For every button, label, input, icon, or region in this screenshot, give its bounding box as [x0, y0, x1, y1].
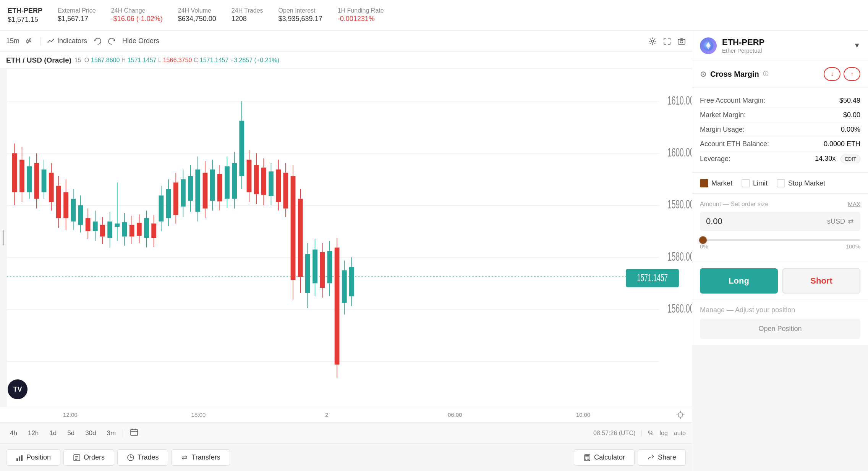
log-btn[interactable]: log	[660, 430, 668, 437]
funding-value: -0.001231%	[338, 15, 384, 23]
amount-header: Amount — Set order size MAX	[700, 200, 860, 208]
account-eth-balance-label: Account ETH Balance:	[700, 140, 769, 148]
manage-label: Manage — Adjust your position	[700, 306, 860, 314]
chart-timeframe: 15	[74, 57, 81, 64]
svg-rect-100	[217, 174, 222, 202]
position-btn[interactable]: Position	[6, 449, 60, 466]
amount-input-row[interactable]: 0.00 sUSD	[700, 212, 860, 231]
stop-market-radio	[777, 179, 785, 187]
orders-btn[interactable]: Orders	[63, 449, 114, 466]
cross-margin-info-icon[interactable]: ⓘ	[763, 71, 768, 77]
main-layout: 15m Indicators	[0, 31, 868, 471]
open-interest-label: Open Interest	[279, 7, 322, 14]
trades-btn[interactable]: Trades	[117, 449, 168, 466]
svg-text:1600.0000: 1600.0000	[667, 146, 692, 159]
svg-rect-73	[151, 224, 156, 238]
time-settings-icon[interactable]	[675, 410, 686, 420]
time-labels: 12:00 18:00 2 06:00 10:00	[0, 407, 692, 422]
timestamp: 08:57:26 (UTC)	[593, 430, 635, 437]
share-btn[interactable]: Share	[638, 449, 686, 466]
stop-market-order-type[interactable]: Stop Market	[777, 179, 825, 187]
chart-area: 15m Indicators	[0, 31, 692, 471]
market-order-type[interactable]: Market	[700, 179, 732, 187]
svg-point-8	[680, 40, 683, 43]
settings-btn[interactable]	[648, 37, 657, 45]
timeframe-3m-btn[interactable]: 3m	[103, 427, 120, 439]
limit-radio	[742, 179, 750, 187]
svg-text:1580.0000: 1580.0000	[667, 250, 692, 263]
trades-item: 24H Trades 1208	[232, 7, 263, 23]
svg-rect-16	[12, 153, 17, 192]
svg-rect-79	[166, 189, 171, 218]
trades-label: Trades	[138, 453, 159, 461]
svg-rect-37	[63, 192, 68, 218]
cross-margin-section: ⊙ Cross Margin ⓘ ↓ ↑	[692, 61, 868, 87]
calculator-icon	[583, 454, 591, 461]
account-eth-balance-value: 0.0000 ETH	[824, 140, 860, 148]
trades-icon	[127, 454, 134, 461]
slider-track[interactable]	[700, 239, 860, 241]
svg-rect-46	[86, 218, 91, 231]
instrument-icon	[700, 37, 717, 54]
timeframe-5d-btn[interactable]: 5d	[63, 427, 78, 439]
time-label-2: 2	[262, 411, 391, 418]
timeframe-1d-btn[interactable]: 1d	[45, 427, 60, 439]
amount-input-value: 0.00	[706, 216, 827, 226]
transfers-btn[interactable]: Transfers	[171, 449, 230, 466]
external-price-value: $1,567.17	[58, 15, 96, 23]
timeframe-12h-btn[interactable]: 12h	[24, 427, 42, 439]
short-btn[interactable]: Short	[782, 268, 860, 294]
camera-btn[interactable]	[677, 37, 686, 45]
time-label-18: 18:00	[134, 411, 263, 418]
amount-section: Amount — Set order size MAX 0.00 sUSD	[692, 194, 868, 262]
bottom-right-info: 08:57:26 (UTC) % log auto	[593, 430, 686, 437]
funding-item: 1H Funding Rate -0.001231%	[338, 7, 384, 23]
chart-type-icon[interactable]	[26, 37, 34, 45]
redo-btn[interactable]	[108, 37, 116, 45]
svg-rect-165	[131, 429, 138, 436]
auto-btn[interactable]: auto	[674, 430, 686, 437]
timeframe-label: 15m	[6, 37, 19, 45]
amount-currency: sUSD	[827, 218, 854, 226]
svg-rect-70	[144, 218, 149, 238]
svg-rect-151	[342, 270, 347, 303]
divider	[641, 430, 642, 436]
indicators-btn[interactable]: Indicators	[47, 37, 87, 45]
limit-order-type[interactable]: Limit	[742, 179, 768, 187]
transfers-label: Transfers	[191, 453, 220, 461]
svg-rect-76	[159, 195, 164, 221]
svg-rect-40	[71, 199, 76, 222]
calendar-icon-btn[interactable]	[126, 426, 142, 440]
slider-thumb[interactable]	[699, 236, 707, 244]
currency-swap-icon[interactable]	[847, 218, 854, 225]
trades-label: 24H Trades	[232, 7, 263, 14]
cross-margin-label: Cross Margin	[710, 70, 759, 79]
max-btn[interactable]: MAX	[848, 201, 860, 207]
leverage-label: Leverage:	[700, 155, 730, 163]
candlestick-chart: .grid-line { stroke: #f0f0f0; stroke-wid…	[0, 69, 692, 407]
market-radio	[700, 179, 708, 187]
share-label: Share	[658, 453, 676, 461]
timeframe-4h-btn[interactable]: 4h	[6, 427, 21, 439]
leverage-edit-btn[interactable]: EDIT	[840, 155, 860, 163]
trade-buttons: Long Short	[692, 262, 868, 300]
timeframe-selector[interactable]: 15m	[6, 37, 19, 45]
svg-rect-154	[349, 267, 354, 297]
margin-down-btn[interactable]: ↓	[824, 67, 840, 81]
change-value: -$16.06 (-1.02%)	[111, 15, 163, 23]
svg-point-183	[588, 458, 589, 458]
undo-btn[interactable]	[93, 37, 102, 45]
hide-orders-btn[interactable]: Hide Orders	[122, 37, 159, 45]
instrument-dropdown-arrow[interactable]: ▼	[853, 42, 860, 50]
timeframe-30d-btn[interactable]: 30d	[81, 427, 100, 439]
svg-point-184	[585, 459, 586, 460]
open-position-btn[interactable]: Open Position	[700, 319, 860, 339]
margin-up-btn[interactable]: ↑	[844, 67, 860, 81]
percent-btn[interactable]: %	[648, 430, 653, 437]
long-btn[interactable]: Long	[700, 268, 778, 294]
svg-rect-49	[93, 221, 98, 231]
calculator-label: Calculator	[594, 453, 625, 461]
svg-rect-0	[27, 40, 28, 42]
fullscreen-btn[interactable]	[663, 37, 671, 45]
calculator-btn[interactable]: Calculator	[574, 449, 635, 466]
